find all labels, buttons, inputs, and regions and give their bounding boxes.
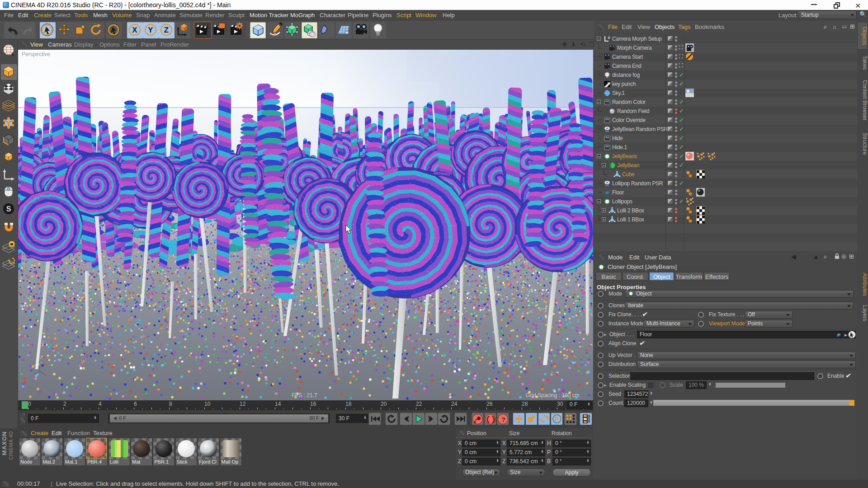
svg-text:0: 0 xyxy=(608,36,610,40)
svg-text:Z: Z xyxy=(164,26,169,34)
svg-text:X: X xyxy=(132,26,137,34)
svg-text:?: ? xyxy=(501,416,505,423)
svg-text:Y: Y xyxy=(148,26,153,34)
svg-text:S: S xyxy=(6,205,11,213)
svg-text:P: P xyxy=(555,416,559,422)
